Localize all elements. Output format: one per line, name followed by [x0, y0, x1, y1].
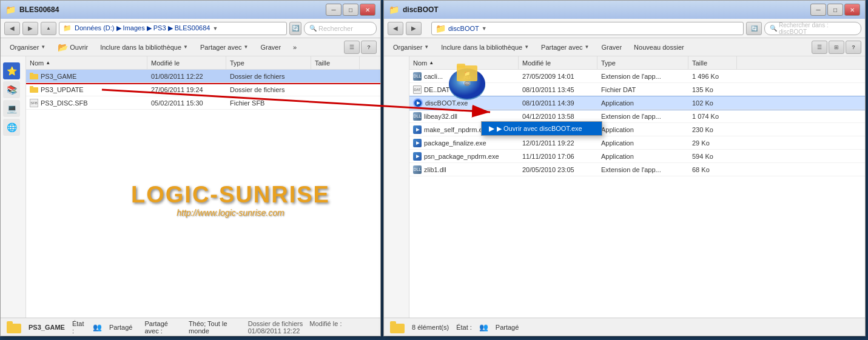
right-sidebar [384, 56, 409, 318]
right-scroll-area[interactable]: DLL cacli... 27/05/2009 14:01 Extension … [409, 70, 865, 318]
disc-svg-icon: PS3 DISC 📁 [446, 61, 488, 103]
view-list-button[interactable]: ☰ [344, 41, 360, 54]
right-address-box[interactable]: 📁 discBOOT ▼ [431, 22, 744, 35]
right-col-header-modifie[interactable]: Modifié le [519, 56, 597, 69]
left-sidebar: ⭐ 📚 💻 🌐 [1, 56, 26, 318]
address-path: 📁 Données (D:) ▶ Images ▶ PS3 ▶ BLES0068… [63, 24, 210, 32]
graver-button[interactable]: Graver [255, 41, 286, 54]
right-file-type-cell: Fichier DAT [597, 86, 688, 93]
right-back-button[interactable]: ◀ [388, 22, 403, 35]
left-title-bar-left: 📁 BLES00684 [5, 5, 59, 15]
right-forward-button[interactable]: ▶ [406, 22, 422, 35]
right-maximize-button[interactable]: □ [827, 4, 843, 16]
table-row[interactable]: ▶ psn_package_npdrm.exe 11/11/2010 17:06… [409, 150, 865, 163]
col-header-type[interactable]: Type [226, 56, 311, 69]
right-file-size-cell: 29 Ko [688, 139, 737, 147]
left-file-list: Nom ▲ Modifié le Type Taille [26, 56, 380, 318]
left-scroll-area[interactable]: PS3_GAME 01/08/2011 12:22 Dossier de fic… [26, 70, 380, 318]
maximize-button[interactable]: □ [343, 4, 358, 16]
nav-icon-1[interactable]: ⭐ [3, 62, 20, 79]
right-file-modified-cell: 08/10/2011 14:39 [519, 99, 597, 107]
right-refresh-button[interactable]: 🔄 [746, 22, 762, 35]
left-search-box[interactable]: 🔍 Rechercher [304, 22, 377, 35]
help-button[interactable]: ? [361, 41, 377, 54]
left-file-area: ⭐ 📚 💻 🌐 Nom ▲ Modifié le Type [1, 56, 380, 318]
partager-button[interactable]: Partager avec ▼ [195, 41, 254, 54]
right-status-state-value: Partagé [496, 324, 519, 331]
right-file-modified-cell: 12/01/2011 19:22 [519, 139, 597, 147]
right-toolbar: Organiser ▼ Inclure dans la bibliothèque… [384, 38, 865, 56]
refresh-button[interactable]: 🔄 [289, 22, 301, 35]
back-button[interactable]: ◀ [4, 22, 20, 35]
right-file-size-cell: 1 074 Ko [688, 113, 737, 120]
close-button[interactable]: ✕ [360, 4, 375, 16]
more-button[interactable]: » [288, 41, 302, 54]
right-nouveau-dossier-button[interactable]: Nouveau dossier [628, 41, 690, 54]
right-title-bar: 📁 discBOOT ─ □ ✕ [384, 1, 865, 19]
folder-title-icon: 📁 [5, 5, 16, 15]
right-address-bar: ◀ ▶ 📁 discBOOT ▼ 🔄 🔍 Rechercher dans : d… [384, 19, 865, 38]
right-window-title: discBOOT [403, 5, 439, 14]
nav-icon-3[interactable]: 💻 [3, 100, 20, 117]
right-close-button[interactable]: ✕ [844, 4, 860, 16]
col-header-taille[interactable]: Taille [311, 56, 360, 69]
disc-float-image: PS3 DISC 📁 [446, 61, 488, 103]
table-row[interactable]: DLL libeay32.dll 04/12/2010 13:58 Extens… [409, 110, 865, 123]
exe-file-icon: ▶ [413, 139, 422, 147]
right-address-path: discBOOT [448, 25, 479, 32]
context-menu-item-open[interactable]: ▶ ▶ Ouvrir avec discBOOT.exe [482, 122, 602, 135]
nav-icon-4[interactable]: 🌐 [3, 119, 20, 136]
status-folder-icon [7, 321, 21, 333]
table-row[interactable]: ▶ make_self_npdrm.exe 12/01/2011 19:22 A… [409, 123, 865, 136]
right-file-size-cell: 1 496 Ko [688, 73, 737, 80]
file-type-cell: Dossier de fichiers [226, 73, 311, 80]
right-help-button[interactable]: ? [846, 41, 861, 54]
right-organiser-button[interactable]: Organiser ▼ [388, 41, 434, 54]
right-col-header-taille[interactable]: Taille [688, 56, 737, 69]
dll-file-icon: DLL [413, 112, 422, 121]
exe-file-icon: ▶ [413, 125, 422, 134]
file-name-cell: PS3_GAME [26, 73, 147, 80]
file-name-cell: PS3_UPDATE [26, 86, 147, 93]
status-share-icon: 👥 [93, 323, 102, 332]
right-file-name-cell: ▶ package_finalize.exe [409, 139, 519, 147]
left-title-bar: 📁 BLES00684 ─ □ ✕ [1, 1, 380, 19]
right-minimize-button[interactable]: ─ [810, 4, 826, 16]
left-column-headers: Nom ▲ Modifié le Type Taille [26, 56, 380, 70]
right-file-size-cell: 135 Ko [688, 86, 737, 93]
context-menu: ▶ ▶ Ouvrir avec discBOOT.exe [481, 121, 602, 136]
right-file-type-cell: Extension de l'app... [597, 166, 688, 173]
right-status-bar: 8 élément(s) État : 👥 Partagé [384, 318, 865, 336]
left-address-box[interactable]: 📁 Données (D:) ▶ Images ▶ PS3 ▶ BLES0068… [59, 22, 287, 35]
dat-file-icon: DAT [413, 85, 422, 94]
right-graver-button[interactable]: Graver [596, 41, 627, 54]
right-view-list-button[interactable]: ☰ [812, 41, 827, 54]
left-toolbar: Organiser ▼ 📂 Ouvrir Inclure dans la bib… [1, 38, 380, 56]
right-partager-button[interactable]: Partager avec ▼ [536, 41, 594, 54]
minimize-button[interactable]: ─ [326, 4, 341, 16]
dll-file-icon: DLL [413, 165, 422, 174]
right-inclure-button[interactable]: Inclure dans la bibliothèque ▼ [436, 41, 534, 54]
table-row[interactable]: PS3_UPDATE 27/06/2011 19:24 Dossier de f… [26, 83, 380, 96]
ouvrir-button[interactable]: 📂 Ouvrir [52, 41, 93, 54]
nav-icon-2[interactable]: 📚 [3, 81, 20, 98]
up-button[interactable]: ▲ [41, 22, 56, 35]
col-header-nom[interactable]: Nom ▲ [26, 56, 147, 69]
inclure-button[interactable]: Inclure dans la bibliothèque ▼ [95, 41, 193, 54]
svg-text:📁: 📁 [464, 70, 470, 76]
right-col-header-type[interactable]: Type [597, 56, 688, 69]
organiser-button[interactable]: Organiser ▼ [4, 41, 51, 54]
table-row[interactable]: SFB PS3_DISC.SFB 05/02/2011 15:30 Fichie… [26, 96, 380, 110]
file-modified-cell: 27/06/2011 19:24 [147, 86, 226, 93]
col-header-modifie[interactable]: Modifié le [147, 56, 226, 69]
right-status-share-icon: 👥 [479, 323, 488, 332]
forward-button[interactable]: ▶ [22, 22, 38, 35]
right-search-box[interactable]: 🔍 Rechercher dans : discBOOT [764, 22, 861, 35]
file-name-cell: SFB PS3_DISC.SFB [26, 99, 147, 107]
status-state-value: Partagé [109, 324, 133, 331]
table-row[interactable]: DLL zlib1.dll 20/05/2010 23:05 Extension… [409, 163, 865, 176]
left-title-controls: ─ □ ✕ [326, 4, 375, 16]
table-row[interactable]: ▶ package_finalize.exe 12/01/2011 19:22 … [409, 136, 865, 150]
right-view-details-button[interactable]: ⊞ [829, 41, 844, 54]
table-row[interactable]: PS3_GAME 01/08/2011 12:22 Dossier de fic… [26, 70, 380, 83]
